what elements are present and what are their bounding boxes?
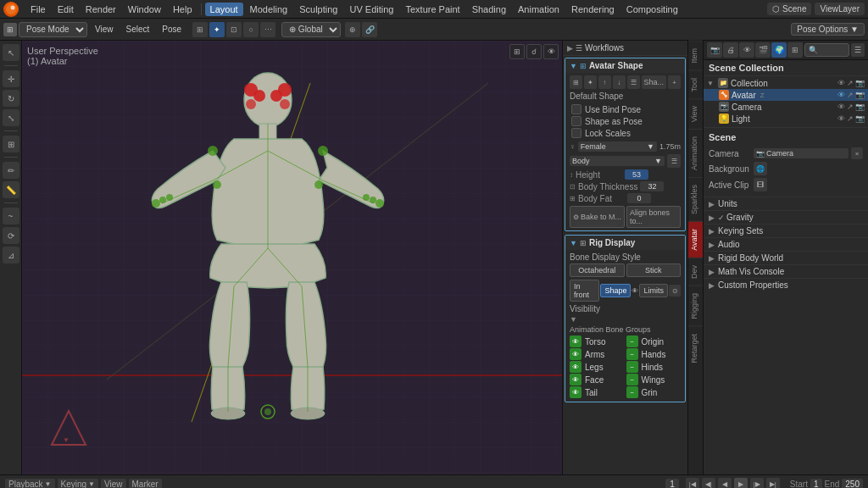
mode-shading[interactable]: Shading (467, 3, 511, 16)
tool-rotate[interactable]: ↻ (3, 90, 19, 107)
rigid-body-world-section[interactable]: ▶ Rigid Body World (704, 251, 868, 264)
collection-render[interactable]: 📷 (855, 79, 865, 87)
mode-sculpting[interactable]: Sculpting (294, 3, 342, 16)
light-render[interactable]: 📷 (855, 114, 865, 123)
tool-move[interactable]: ✛ (3, 70, 19, 87)
mode-modeling[interactable]: Modeling (245, 3, 293, 16)
view-menu[interactable]: View (101, 479, 126, 488)
lock-scales-check[interactable] (571, 128, 581, 138)
torso-eye[interactable]: 👁 (570, 336, 581, 347)
menu-window[interactable]: Window (123, 3, 166, 16)
prop-icon-output[interactable]: 🖨 (723, 42, 738, 58)
align-bones-btn[interactable]: Align bones to... (626, 206, 681, 228)
avatar-shape-header[interactable]: ▼ ⊞ Avatar Shape (565, 58, 685, 73)
shape-icon-3[interactable]: ↑ (598, 75, 611, 89)
snap-btn[interactable]: 🔗 (362, 22, 377, 37)
height-field-value[interactable]: 53 (625, 169, 648, 180)
math-vis-section[interactable]: ▶ Math Vis Console (704, 264, 868, 278)
prop-icon-world[interactable]: 🌍 (771, 42, 787, 58)
play-btn[interactable]: ▶ (734, 478, 748, 489)
octahedral-btn[interactable]: Octahedral (570, 263, 625, 277)
header-icon-mesh[interactable]: ⊞ (3, 23, 17, 36)
shape-icon-1[interactable]: ⊞ (570, 75, 582, 89)
tab-dev[interactable]: Dev (688, 258, 703, 286)
step-forward-btn[interactable]: |▶ (750, 478, 764, 489)
marker-menu[interactable]: Marker (129, 479, 162, 488)
header-btn-5[interactable]: ⋯ (260, 22, 275, 37)
gender-select[interactable]: Female ▼ (578, 141, 657, 152)
stick-btn[interactable]: Stick (626, 263, 682, 277)
tab-tool[interactable]: Tool (688, 70, 703, 99)
header-pose[interactable]: Pose (157, 23, 186, 36)
avatar-vis[interactable]: 👁 (837, 91, 845, 99)
play-reverse-btn[interactable]: ◀ (718, 478, 732, 489)
prop-menu-btn[interactable]: ☰ (851, 43, 865, 57)
camera-sel[interactable]: ↗ (847, 103, 854, 111)
keying-menu[interactable]: Keying ▼ (58, 479, 99, 488)
current-frame[interactable]: 1 (665, 479, 679, 488)
mode-texture-paint[interactable]: Texture Paint (400, 3, 465, 16)
tab-animation[interactable]: Animation (688, 129, 703, 177)
shape-btn[interactable]: Shape (600, 284, 631, 297)
tool-cursor[interactable]: ↖ (3, 44, 19, 61)
audio-section[interactable]: ▶ Audio (704, 237, 868, 251)
mode-animation[interactable]: Animation (513, 3, 565, 16)
keying-sets-section[interactable]: ▶ Keying Sets (704, 224, 868, 237)
prop-icon-scene[interactable]: 🎬 (755, 42, 771, 58)
tree-light[interactable]: 💡 Light 👁 ↗ 📷 (704, 113, 868, 125)
body-thickness-value[interactable]: 32 (640, 181, 664, 191)
tab-sparkles[interactable]: Sparkles (688, 177, 703, 221)
step-back-btn[interactable]: ◀| (702, 478, 715, 489)
bake-btn[interactable]: ⚙ Bake to M... (570, 206, 625, 228)
workflows-row[interactable]: ▶ ☰ Workflows (563, 41, 687, 56)
pose-options-btn[interactable]: Pose Options ▼ (791, 23, 865, 36)
visibility-expand[interactable]: ▼ (570, 315, 681, 324)
hinds-eye[interactable]: ~ (626, 361, 638, 373)
mode-compositing[interactable]: Compositing (621, 3, 683, 16)
tool-measure[interactable]: 📏 (3, 181, 19, 198)
playback-menu[interactable]: Playback ▼ (5, 479, 55, 488)
scene-selector[interactable]: ⬡ Scene (767, 3, 811, 15)
face-eye[interactable]: 👁 (570, 374, 581, 385)
tool-annotate[interactable]: ✏ (3, 162, 19, 179)
grin-eye[interactable]: ~ (626, 386, 638, 398)
limits-menu-btn[interactable]: ⊙ (669, 285, 681, 297)
prop-search-box[interactable]: 🔍 (804, 43, 849, 57)
collection-vis[interactable]: 👁 (837, 79, 845, 87)
tree-camera[interactable]: 📷 Camera 👁 ↗ 📷 (704, 101, 868, 113)
camera-render[interactable]: 📷 (855, 103, 865, 111)
gizmo-btn[interactable]: ☌ (526, 44, 542, 59)
pivot-btn[interactable]: ⊕ (345, 22, 360, 37)
tree-collection[interactable]: ▼ 📁 Collection 👁 ↗ 📷 (704, 77, 868, 89)
mode-layout[interactable]: Layout (205, 3, 243, 16)
mode-uv-editing[interactable]: UV Editing (344, 3, 398, 16)
header-view[interactable]: View (90, 23, 119, 36)
tail-eye[interactable]: 👁 (570, 386, 581, 398)
wings-eye[interactable]: ~ (626, 374, 638, 385)
prop-icon-object[interactable]: ⊞ (787, 42, 803, 58)
tab-view[interactable]: View (688, 98, 703, 129)
start-frame[interactable]: 1 (810, 479, 822, 488)
menu-help[interactable]: Help (168, 3, 198, 16)
viewport[interactable]: User Perspective (1) Avatar ⊞ ☌ 👁 ▼ (22, 41, 562, 474)
jump-start-btn[interactable]: |◀ (686, 478, 699, 489)
header-btn-2[interactable]: ✦ (209, 22, 225, 37)
light-vis[interactable]: 👁 (837, 114, 845, 123)
prop-icon-render[interactable]: 📷 (707, 42, 722, 58)
arms-eye[interactable]: 👁 (570, 348, 581, 360)
view-btn[interactable]: 👁 (543, 44, 559, 59)
collection-sel[interactable]: ↗ (847, 79, 854, 87)
header-select[interactable]: Select (121, 23, 155, 36)
light-sel[interactable]: ↗ (847, 114, 854, 123)
shape-icon-2[interactable]: ✦ (584, 75, 597, 89)
mode-rendering[interactable]: Rendering (566, 3, 620, 16)
avatar-sel[interactable]: ↗ (847, 91, 854, 99)
custom-props-section[interactable]: ▶ Custom Properties (704, 278, 868, 291)
hands-eye[interactable]: ~ (626, 348, 638, 360)
tool-ik[interactable]: ⊿ (3, 247, 19, 263)
pose-mode-select[interactable]: Pose Mode (19, 22, 87, 37)
rig-display-header[interactable]: ▼ ⊞ Rig Display (565, 236, 685, 250)
shape-as-pose-check[interactable] (571, 116, 581, 126)
tab-rigging[interactable]: Rigging (688, 286, 703, 326)
view-layer-selector[interactable]: ViewLayer (815, 3, 865, 15)
